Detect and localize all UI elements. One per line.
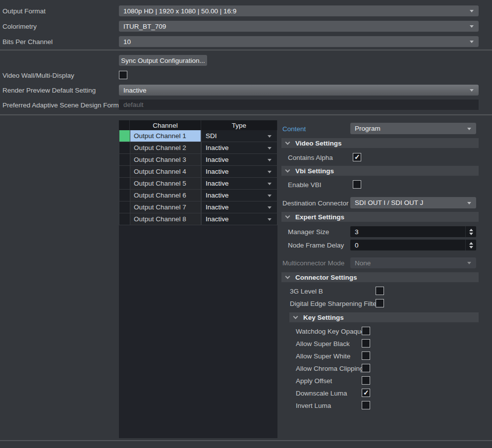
3g-level-b-label: 3G Level B <box>290 288 323 295</box>
section-title: Connector Settings <box>295 274 357 281</box>
table-row[interactable]: Output Channel 2 Inactive <box>119 142 277 154</box>
channel-type-value: Inactive <box>206 192 229 199</box>
chevron-down-icon <box>268 183 272 185</box>
preferred-format-input[interactable] <box>119 100 479 110</box>
table-row[interactable]: Output Channel 1 SDI <box>119 130 277 142</box>
channel-type-dropdown[interactable]: Inactive <box>201 142 277 154</box>
3g-level-b-checkbox[interactable] <box>376 287 384 295</box>
destination-connector-dropdown[interactable]: SDI OUT I / SDI OUT J <box>350 197 476 208</box>
table-row[interactable]: Output Channel 7 Inactive <box>119 201 277 213</box>
channel-type-dropdown[interactable]: SDI <box>201 130 277 142</box>
output-format-label: Output Format <box>2 7 46 15</box>
channel-type-dropdown[interactable]: Inactive <box>201 190 277 201</box>
table-row[interactable]: Output Channel 3 Inactive <box>119 154 277 166</box>
edge-sharpening-filter-checkbox[interactable] <box>376 299 384 307</box>
allow-super-white-label: Allow Super White <box>296 352 350 360</box>
step-up-icon[interactable] <box>469 242 473 245</box>
content-dropdown[interactable]: Program <box>350 123 476 134</box>
video-settings-section-header[interactable]: Video Settings <box>281 138 479 148</box>
channel-name-cell[interactable]: Output Channel 6 <box>130 190 201 201</box>
chevron-down-icon <box>467 202 471 204</box>
allow-chroma-clipping-checkbox[interactable] <box>362 364 370 372</box>
chevron-down-icon <box>470 41 474 43</box>
allow-super-black-checkbox[interactable] <box>362 339 370 348</box>
status-column-header <box>119 120 130 130</box>
channel-type-dropdown[interactable]: Inactive <box>201 213 277 225</box>
table-row[interactable]: Output Channel 4 Inactive <box>119 166 277 178</box>
node-frame-delay-label: Node Frame Delay <box>288 242 344 249</box>
output-configuration-panel: Output Format 1080p HD | 1920 x 1080 | 5… <box>0 0 492 448</box>
table-row[interactable]: Output Channel 6 Inactive <box>119 190 277 201</box>
channel-type-dropdown[interactable]: Inactive <box>201 201 277 213</box>
step-down-icon[interactable] <box>469 233 473 235</box>
channel-name-cell[interactable]: Output Channel 2 <box>130 142 201 154</box>
output-channel-table: Channel Type Output Channel 1 SDI Output… <box>119 120 277 438</box>
channel-type-value: Inactive <box>206 215 229 223</box>
colorimetry-label: Colorimetry <box>2 23 37 30</box>
invert-luma-label: Invert Luma <box>296 402 331 409</box>
edge-sharpening-filter-label: Digital Edge Sharpening Filter <box>290 300 379 307</box>
channel-name-cell[interactable]: Output Channel 3 <box>130 154 201 166</box>
chevron-down-icon <box>268 147 272 149</box>
channel-type-value: Inactive <box>206 144 229 151</box>
stepper-buttons[interactable] <box>465 240 476 250</box>
section-title: Key Settings <box>303 314 344 321</box>
status-indicator <box>119 130 130 142</box>
output-format-dropdown[interactable]: 1080p HD | 1920 x 1080 | 50.00 | 16:9 <box>119 5 479 16</box>
step-up-icon[interactable] <box>469 229 473 231</box>
expert-settings-section-header[interactable]: Expert Settings <box>281 212 479 222</box>
channel-name-cell[interactable]: Output Channel 5 <box>130 178 201 190</box>
allow-super-black-label: Allow Super Black <box>296 340 350 348</box>
table-row[interactable]: Output Channel 8 Inactive <box>119 213 277 225</box>
key-settings-section-header[interactable]: Key Settings <box>289 312 479 322</box>
table-row[interactable]: Output Channel 5 Inactive <box>119 178 277 190</box>
stepper-buttons[interactable] <box>465 226 476 237</box>
chevron-down-icon <box>268 171 272 173</box>
node-frame-delay-value: 0 <box>355 242 359 249</box>
channel-type-dropdown[interactable]: Inactive <box>201 154 277 166</box>
allow-super-white-checkbox[interactable] <box>362 351 370 360</box>
video-wall-checkbox[interactable] <box>119 71 127 79</box>
section-title: Expert Settings <box>295 213 344 221</box>
bits-per-channel-dropdown[interactable]: 10 <box>119 36 479 47</box>
status-indicator <box>119 213 130 225</box>
channel-name-cell[interactable]: Output Channel 4 <box>130 166 201 178</box>
chevron-down-icon <box>467 128 471 130</box>
enable-vbi-checkbox[interactable] <box>353 180 361 189</box>
render-preview-dropdown[interactable]: Inactive <box>119 85 479 96</box>
chevron-expanded-icon <box>285 140 290 145</box>
apply-offset-checkbox[interactable] <box>362 376 370 385</box>
channel-type-value: Inactive <box>206 180 229 187</box>
channel-name-cell[interactable]: Output Channel 7 <box>130 201 201 213</box>
channel-type-dropdown[interactable]: Inactive <box>201 166 277 178</box>
downscale-luma-label: Downscale Luma <box>296 390 347 397</box>
channel-name-cell[interactable]: Output Channel 1 <box>130 130 201 142</box>
apply-offset-label: Apply Offset <box>296 377 332 385</box>
node-frame-delay-stepper[interactable]: 0 <box>350 240 476 250</box>
manager-size-stepper[interactable]: 3 <box>350 226 476 237</box>
bits-per-channel-label: Bits Per Channel <box>2 38 53 46</box>
status-indicator <box>119 154 130 166</box>
channel-type-dropdown[interactable]: Inactive <box>201 178 277 190</box>
invert-luma-checkbox[interactable] <box>362 401 370 409</box>
chevron-down-icon <box>470 89 474 92</box>
colorimetry-dropdown[interactable]: ITUR_BT_709 <box>119 21 479 32</box>
vbi-settings-section-header[interactable]: Vbi Settings <box>281 166 479 176</box>
watchdog-key-opaque-checkbox[interactable] <box>362 327 370 335</box>
contains-alpha-checkbox[interactable] <box>353 153 361 161</box>
chevron-expanded-icon <box>285 168 290 173</box>
status-indicator <box>119 142 130 154</box>
contains-alpha-label: Contains Alpha <box>288 154 333 161</box>
step-down-icon[interactable] <box>469 246 473 249</box>
channel-column-header: Channel <box>130 120 201 130</box>
sync-output-configuration-button[interactable]: Sync Output Configuration... <box>119 55 207 66</box>
section-title: Video Settings <box>295 140 342 147</box>
divider <box>0 114 492 115</box>
chevron-down-icon <box>268 195 272 197</box>
downscale-luma-checkbox[interactable] <box>362 389 370 397</box>
status-indicator <box>119 190 130 201</box>
channel-name-cell[interactable]: Output Channel 8 <box>130 213 201 225</box>
chevron-down-icon <box>470 25 474 28</box>
connector-settings-section-header[interactable]: Connector Settings <box>281 272 479 282</box>
multiconnector-mode-dropdown: None <box>350 257 476 268</box>
